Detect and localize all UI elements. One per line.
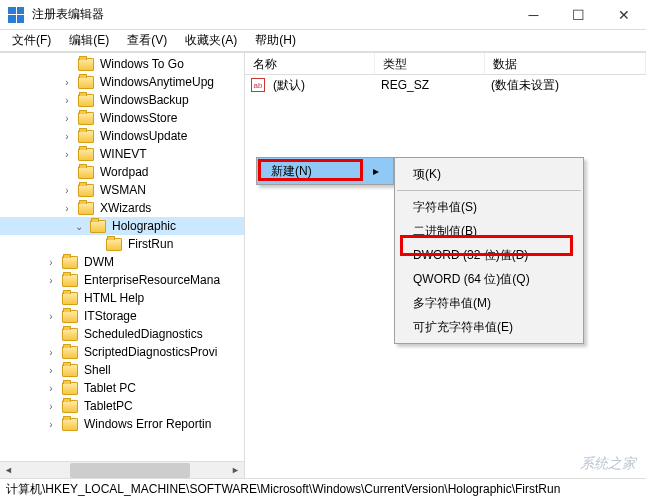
tree-item[interactable]: WSMAN — [0, 181, 244, 199]
tree-item[interactable]: EnterpriseResourceMana — [0, 271, 244, 289]
folder-icon — [78, 94, 94, 107]
folder-icon — [62, 256, 78, 269]
column-name[interactable]: 名称 — [245, 53, 375, 74]
tree-item[interactable]: Windows Error Reportin — [0, 415, 244, 433]
minimize-button[interactable]: ─ — [511, 0, 556, 30]
scroll-thumb[interactable] — [70, 463, 190, 478]
value-type: REG_SZ — [373, 76, 483, 94]
tree-item[interactable]: ScriptedDiagnosticsProvi — [0, 343, 244, 361]
folder-icon — [62, 400, 78, 413]
menu-edit[interactable]: 编辑(E) — [61, 30, 117, 51]
menu-view[interactable]: 查看(V) — [119, 30, 175, 51]
separator — [397, 190, 581, 191]
folder-icon — [62, 310, 78, 323]
horizontal-scrollbar[interactable]: ◄ ► — [0, 461, 244, 478]
tree-item[interactable]: WindowsUpdate — [0, 127, 244, 145]
tree-item[interactable]: DWM — [0, 253, 244, 271]
tree-item[interactable]: Wordpad — [0, 163, 244, 181]
tree-item[interactable]: HTML Help — [0, 289, 244, 307]
tree-item[interactable]: Windows To Go — [0, 55, 244, 73]
maximize-button[interactable]: ☐ — [556, 0, 601, 30]
tree-item[interactable]: WindowsAnytimeUpg — [0, 73, 244, 91]
folder-icon — [78, 112, 94, 125]
column-type[interactable]: 类型 — [375, 53, 485, 74]
expander-icon[interactable] — [60, 111, 74, 125]
statusbar: 计算机\HKEY_LOCAL_MACHINE\SOFTWARE\Microsof… — [0, 478, 646, 500]
folder-icon — [62, 364, 78, 377]
tree-spacer — [44, 291, 58, 305]
folder-icon — [78, 184, 94, 197]
scroll-left-icon[interactable]: ◄ — [0, 462, 17, 479]
tree-item[interactable]: WindowsBackup — [0, 91, 244, 109]
tree-item[interactable]: ScheduledDiagnostics — [0, 325, 244, 343]
folder-icon — [62, 346, 78, 359]
folder-icon — [78, 130, 94, 143]
expander-icon[interactable] — [44, 417, 58, 431]
expander-icon[interactable] — [72, 219, 86, 233]
tree-label: WindowsStore — [98, 111, 179, 125]
tree-item[interactable]: Tablet PC — [0, 379, 244, 397]
expander-icon[interactable] — [60, 201, 74, 215]
ctx-string[interactable]: 字符串值(S) — [395, 195, 583, 219]
expander-icon[interactable] — [60, 129, 74, 143]
tree-item[interactable]: FirstRun — [0, 235, 244, 253]
tree-label: WSMAN — [98, 183, 148, 197]
folder-icon — [62, 328, 78, 341]
tree-spacer — [60, 57, 74, 71]
tree-item[interactable]: TabletPC — [0, 397, 244, 415]
expander-icon[interactable] — [60, 75, 74, 89]
status-path: 计算机\HKEY_LOCAL_MACHINE\SOFTWARE\Microsof… — [6, 481, 560, 498]
tree-item[interactable]: XWizards — [0, 199, 244, 217]
context-submenu: 项(K) 字符串值(S) 二进制值(B) DWORD (32 位)值(D) QW… — [394, 157, 584, 344]
menu-file[interactable]: 文件(F) — [4, 30, 59, 51]
expander-icon[interactable] — [44, 273, 58, 287]
ctx-qword[interactable]: QWORD (64 位)值(Q) — [395, 267, 583, 291]
tree-label: ScheduledDiagnostics — [82, 327, 205, 341]
tree-label: ScriptedDiagnosticsProvi — [82, 345, 219, 359]
tree-item[interactable]: Holographic — [0, 217, 244, 235]
folder-icon — [62, 418, 78, 431]
tree-label: XWizards — [98, 201, 153, 215]
expander-icon[interactable] — [44, 363, 58, 377]
expander-icon[interactable] — [44, 345, 58, 359]
tree-label: WINEVT — [98, 147, 149, 161]
folder-icon — [78, 58, 94, 71]
tree-label: Holographic — [110, 219, 178, 233]
list-item[interactable]: ab (默认) REG_SZ (数值未设置) — [245, 75, 646, 95]
column-data[interactable]: 数据 — [485, 53, 646, 74]
ctx-binary[interactable]: 二进制值(B) — [395, 219, 583, 243]
tree-pane: Windows To GoWindowsAnytimeUpgWindowsBac… — [0, 53, 245, 478]
tree-label: WindowsUpdate — [98, 129, 189, 143]
ctx-dword[interactable]: DWORD (32 位)值(D) — [395, 243, 583, 267]
expander-icon[interactable] — [44, 381, 58, 395]
tree-spacer — [60, 165, 74, 179]
scroll-right-icon[interactable]: ► — [227, 462, 244, 479]
ctx-key[interactable]: 项(K) — [395, 162, 583, 186]
tree-item[interactable]: ITStorage — [0, 307, 244, 325]
expander-icon[interactable] — [44, 399, 58, 413]
close-button[interactable]: ✕ — [601, 0, 646, 30]
tree-label: DWM — [82, 255, 116, 269]
expander-icon[interactable] — [60, 183, 74, 197]
expander-icon[interactable] — [44, 255, 58, 269]
tree-label: FirstRun — [126, 237, 175, 251]
ctx-expandstring[interactable]: 可扩充字符串值(E) — [395, 315, 583, 339]
ctx-new-label: 新建(N) — [271, 163, 312, 180]
expander-icon[interactable] — [44, 309, 58, 323]
tree-item[interactable]: WINEVT — [0, 145, 244, 163]
tree-item[interactable]: WindowsStore — [0, 109, 244, 127]
value-name: (默认) — [265, 75, 373, 96]
chevron-right-icon: ▸ — [373, 164, 379, 178]
expander-icon[interactable] — [60, 147, 74, 161]
expander-icon[interactable] — [60, 93, 74, 107]
menu-favorites[interactable]: 收藏夹(A) — [177, 30, 245, 51]
ctx-multistring[interactable]: 多字符串值(M) — [395, 291, 583, 315]
folder-icon — [78, 148, 94, 161]
ctx-new[interactable]: 新建(N) ▸ — [257, 158, 393, 184]
tree-label: EnterpriseResourceMana — [82, 273, 222, 287]
titlebar: 注册表编辑器 ─ ☐ ✕ — [0, 0, 646, 30]
folder-icon — [62, 274, 78, 287]
folder-icon — [62, 382, 78, 395]
tree-item[interactable]: Shell — [0, 361, 244, 379]
menu-help[interactable]: 帮助(H) — [247, 30, 304, 51]
